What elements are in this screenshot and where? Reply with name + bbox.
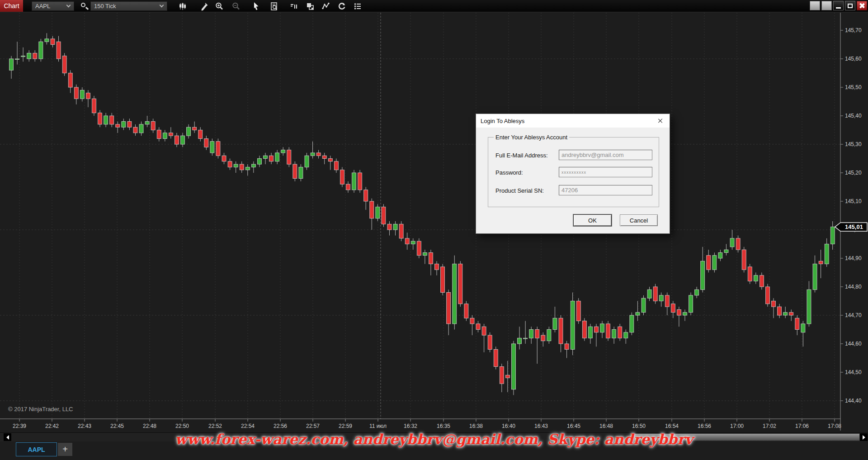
interval-value: 150 Tick [94, 3, 156, 9]
candle [825, 244, 829, 264]
drawing-tools-icon[interactable] [199, 1, 210, 11]
candle [80, 90, 84, 99]
email-input[interactable] [559, 150, 652, 160]
templates-icon[interactable] [305, 1, 316, 11]
candle [624, 332, 628, 338]
candle [701, 261, 705, 289]
candle [712, 256, 717, 270]
add-tab-button[interactable]: + [58, 443, 72, 456]
candle [376, 207, 380, 218]
candle [789, 313, 793, 315]
candle [163, 133, 167, 139]
candle [364, 190, 368, 201]
chart-trader-icon[interactable] [289, 1, 300, 11]
close-button[interactable] [857, 1, 867, 10]
candle [636, 313, 640, 315]
candle [116, 124, 120, 127]
chart-canvas[interactable]: 22:3922:4222:4322:4522:4822:5022:5222:54… [0, 13, 868, 431]
candle [234, 164, 238, 167]
candle [275, 153, 279, 161]
window-button-2[interactable] [821, 1, 832, 10]
zoom-out-icon[interactable] [231, 1, 241, 11]
candle [139, 124, 143, 133]
ok-button[interactable]: OK [573, 214, 612, 226]
candle [175, 136, 179, 144]
candle [683, 313, 687, 315]
password-input[interactable] [559, 167, 652, 177]
minimize-button[interactable] [833, 1, 844, 10]
instrument-search-button[interactable] [80, 1, 90, 11]
time-axis[interactable] [0, 419, 841, 430]
copyright-text: © 2017 NinjaTrader, LLC [8, 406, 73, 413]
candle [257, 159, 261, 165]
candle [293, 164, 297, 179]
groupbox-title: Enter Your Ablesys Account [494, 134, 569, 141]
scroll-left-button[interactable] [4, 433, 11, 441]
serial-input[interactable] [559, 185, 652, 195]
candle [299, 167, 303, 178]
candle [334, 161, 338, 170]
login-dialog: Login To Ablesys Enter Your Ablesys Acco… [476, 114, 670, 234]
chevron-down-icon [66, 3, 71, 8]
candle [193, 127, 197, 130]
chart-style-icon[interactable] [177, 1, 188, 11]
candle [582, 321, 586, 338]
candle [783, 313, 788, 315]
cursor-icon[interactable] [250, 1, 261, 11]
price-axis[interactable] [841, 13, 868, 419]
cancel-button[interactable]: Cancel [620, 214, 658, 226]
candle [529, 330, 533, 338]
instrument-value: AAPL [35, 3, 62, 9]
candle [565, 344, 569, 350]
zoom-in-icon[interactable] [214, 1, 225, 11]
candle [754, 275, 758, 281]
maximize-button[interactable] [845, 1, 855, 10]
candle [269, 156, 274, 161]
candle [458, 264, 462, 304]
instrument-select[interactable]: AAPL [32, 1, 74, 11]
candle [352, 173, 356, 190]
candle [470, 318, 474, 324]
candle [547, 330, 551, 341]
candle [104, 116, 108, 124]
chart-window-button[interactable]: Chart [0, 0, 23, 12]
candle [222, 156, 226, 161]
candle [689, 295, 693, 313]
candle [488, 335, 492, 350]
candle [210, 142, 214, 153]
close-icon [657, 118, 663, 123]
dialog-titlebar[interactable]: Login To Ablesys [476, 114, 670, 128]
candle [122, 122, 126, 128]
candle [387, 224, 392, 230]
arrow-left-icon [6, 435, 9, 440]
candle [819, 261, 823, 264]
candle [541, 335, 545, 341]
window-button-1[interactable] [810, 1, 820, 10]
candle [145, 122, 149, 124]
candle [68, 73, 72, 88]
interval-select[interactable]: 150 Tick [90, 1, 167, 11]
candle [151, 122, 155, 130]
reload-data-icon[interactable] [336, 1, 347, 11]
candle [772, 301, 776, 307]
candle [707, 256, 711, 270]
properties-icon[interactable] [352, 1, 363, 11]
candle [730, 238, 734, 247]
candle [340, 170, 344, 185]
data-box-icon[interactable] [269, 1, 280, 11]
indicators-icon[interactable] [321, 1, 331, 11]
arrow-right-icon [863, 435, 865, 440]
candle [198, 130, 203, 139]
candle [671, 304, 675, 313]
tab-aapl[interactable]: AAPL [16, 442, 57, 456]
candle [612, 330, 616, 338]
candle [594, 327, 598, 332]
candle [328, 159, 332, 161]
serial-label: Product Serial SN: [495, 187, 544, 194]
candle [281, 150, 285, 153]
scroll-right-button[interactable] [860, 433, 868, 441]
candle [659, 295, 663, 301]
candle [778, 307, 782, 315]
candle [157, 130, 161, 139]
dialog-close-button[interactable] [651, 114, 670, 128]
